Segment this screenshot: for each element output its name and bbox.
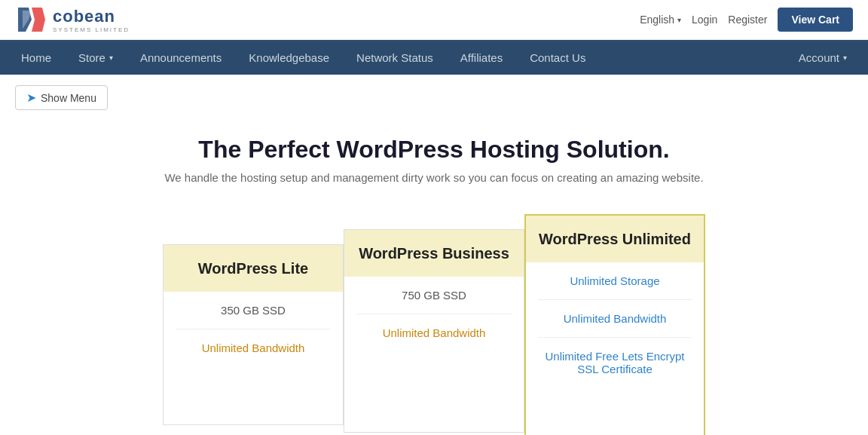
account-label: Account xyxy=(799,51,839,64)
logo[interactable]: cobean SYSTEMS LIMITED xyxy=(15,5,130,35)
card-body-unlimited: Unlimited Storage Unlimited Bandwidth Un… xyxy=(526,262,704,388)
main-nav: Home Store ▾ Announcements Knowledgebase… xyxy=(0,40,868,75)
logo-area: cobean SYSTEMS LIMITED xyxy=(15,5,130,35)
nav-item-knowledgebase[interactable]: Knowledgebase xyxy=(235,40,343,75)
lite-feature-storage: 350 GB SSD xyxy=(176,292,331,329)
nav-item-home[interactable]: Home xyxy=(8,40,65,75)
register-link[interactable]: Register xyxy=(728,14,767,26)
nav-item-store[interactable]: Store ▾ xyxy=(65,40,127,75)
pricing-card-lite: WordPress Lite 350 GB SSD Unlimited Band… xyxy=(163,244,344,425)
affiliates-label: Affiliates xyxy=(460,51,503,64)
logo-text: cobean SYSTEMS LIMITED xyxy=(53,7,130,33)
show-menu-icon: ➤ xyxy=(26,90,36,105)
language-chevron-icon: ▾ xyxy=(677,16,681,24)
unlimited-feature-bandwidth: Unlimited Bandwidth xyxy=(538,300,692,338)
hero-title: The Perfect WordPress Hosting Solution. xyxy=(15,136,853,164)
nav-item-account[interactable]: Account ▾ xyxy=(785,40,860,75)
nav-store-label: Store xyxy=(78,51,105,64)
lite-feature-bandwidth: Unlimited Bandwidth xyxy=(176,329,331,366)
unlimited-feature-storage: Unlimited Storage xyxy=(538,262,692,300)
pricing-section: WordPress Lite 350 GB SSD Unlimited Band… xyxy=(0,191,868,435)
card-body-business: 750 GB SSD Unlimited Bandwidth xyxy=(344,277,524,351)
business-feature-storage: 750 GB SSD xyxy=(356,277,512,314)
logo-icon xyxy=(15,5,48,35)
svg-marker-1 xyxy=(32,8,45,32)
network-status-label: Network Status xyxy=(356,51,433,64)
contact-us-label: Contact Us xyxy=(530,51,585,64)
show-menu-button[interactable]: ➤ Show Menu xyxy=(15,85,108,110)
top-bar: cobean SYSTEMS LIMITED English ▾ Login R… xyxy=(0,0,868,40)
hero-subtitle: We handle the hosting setup and manageme… xyxy=(15,171,853,184)
login-link[interactable]: Login xyxy=(692,14,717,26)
language-label: English xyxy=(640,14,674,26)
nav-item-affiliates[interactable]: Affiliates xyxy=(447,40,516,75)
card-header-business: WordPress Business xyxy=(344,230,524,277)
logo-name: cobean xyxy=(53,7,115,26)
account-chevron-icon: ▾ xyxy=(843,54,847,62)
nav-item-network-status[interactable]: Network Status xyxy=(343,40,447,75)
card-body-lite: 350 GB SSD Unlimited Bandwidth xyxy=(164,292,343,366)
store-chevron-icon: ▾ xyxy=(109,54,113,62)
knowledgebase-label: Knowledgebase xyxy=(249,51,329,64)
pricing-card-business: WordPress Business 750 GB SSD Unlimited … xyxy=(344,229,524,433)
business-feature-bandwidth: Unlimited Bandwidth xyxy=(356,314,512,351)
nav-spacer xyxy=(599,40,784,75)
logo-subtitle: SYSTEMS LIMITED xyxy=(53,26,130,33)
view-cart-button[interactable]: View Cart xyxy=(778,8,853,32)
announcements-label: Announcements xyxy=(140,51,222,64)
hero-section: The Perfect WordPress Hosting Solution. … xyxy=(0,121,868,191)
nav-item-announcements[interactable]: Announcements xyxy=(127,40,235,75)
unlimited-feature-ssl: Unlimited Free Lets Encrypt SSL Certific… xyxy=(538,338,692,388)
card-header-lite: WordPress Lite xyxy=(164,245,343,292)
nav-item-contact-us[interactable]: Contact Us xyxy=(516,40,599,75)
show-menu-area: ➤ Show Menu xyxy=(0,75,868,121)
pricing-card-unlimited: WordPress Unlimited Unlimited Storage Un… xyxy=(524,214,705,435)
language-selector[interactable]: English ▾ xyxy=(640,14,681,26)
show-menu-label: Show Menu xyxy=(41,92,96,104)
card-header-unlimited: WordPress Unlimited xyxy=(526,216,704,262)
